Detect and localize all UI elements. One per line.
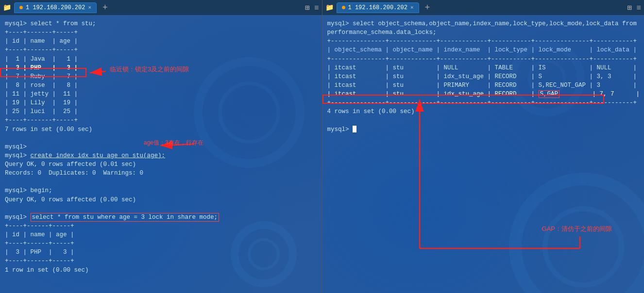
left-folder-icon[interactable]: 📁 (3, 3, 11, 12)
r-row-1: | itcast | stu | NULL | TABLE | IS | NUL… (327, 64, 640, 72)
left-tab-bar-left: 📁 1 192.168.200.202 × + (3, 2, 305, 13)
line-8: | 8 | rose | 8 | (5, 81, 317, 90)
left-tab-bar-right: ⊞ ≡ (305, 3, 319, 13)
line-13: 7 rows in set (0.00 sec) (5, 125, 317, 134)
left-tab-plus[interactable]: + (100, 3, 111, 13)
line-10: | 19 | Lily | 19 | (5, 98, 317, 107)
line-4: +----+-------+-----+ (5, 46, 317, 54)
r-row-2: | itcast | stu | idx_stu_age | RECORD | … (327, 72, 640, 81)
line-29: 1 row in set (0.00 sec) (5, 266, 317, 275)
line-1: mysql> select * from stu; (5, 19, 317, 28)
left-panel: 📁 1 192.168.200.202 × + ⊞ ≡ (0, 0, 322, 293)
r-line-prompt: mysql> (327, 125, 640, 134)
right-tab-dot (342, 6, 345, 9)
line-12: +----+-------+-----+ (5, 116, 317, 125)
line-15: mysql> (5, 143, 317, 151)
right-tab-label: 1 192.168.200.202 (348, 4, 407, 11)
line-14 (5, 134, 317, 143)
left-tab[interactable]: 1 192.168.200.202 × (14, 2, 97, 13)
right-tab-bar-right: ⊞ ≡ (627, 3, 641, 13)
right-folder-icon[interactable]: 📁 (325, 3, 334, 12)
line-26: +----+------+-----+ (5, 239, 317, 248)
r-row-3: | itcast | stu | PRIMARY | RECORD | S,RE… (327, 81, 640, 90)
line-7: | 7 | Ruby | 7 | (5, 72, 317, 81)
line-28: +----+------+-----+ (5, 257, 317, 265)
r-line-empty (327, 116, 640, 125)
line-11: | 25 | luci | 25 | (5, 107, 317, 116)
line-6: | 3 | PHP | 3 | (5, 64, 317, 72)
line-19 (5, 178, 317, 186)
left-grid-icon: ⊞ ≡ (305, 3, 319, 13)
left-terminal[interactable]: mysql> select * from stu; +----+-------+… (0, 16, 322, 293)
line-27: | 3 | PHP | 3 | (5, 248, 317, 257)
line-9: | 11 | jetty | 11 | (5, 90, 317, 98)
from-keyword: from (622, 20, 637, 27)
line-3: | id | name | age | (5, 37, 317, 46)
left-tab-bar: 📁 1 192.168.200.202 × + ⊞ ≡ (0, 0, 322, 16)
line-25: | id | name | age | (5, 230, 317, 239)
r-line-4: | object_schema | object_name | index_na… (327, 46, 640, 54)
line-21: Query OK, 0 rows affected (0.00 sec) (5, 195, 317, 204)
line-24: +----+------+-----+ (5, 222, 317, 230)
r-line-footer: 4 rows in set (0.00 sec) (327, 107, 640, 116)
line-20: mysql> begin; (5, 186, 317, 195)
line-17: Query OK, 0 rows affected (0.01 sec) (5, 160, 317, 169)
r-row-4: | itcast | stu | idx_stu_age | RECORD | … (327, 90, 640, 98)
line-16: mysql> create index idx_stu_age on stu(a… (5, 151, 317, 160)
left-tab-dot (19, 6, 23, 9)
right-terminal-content: mysql> select object_schema,object_name,… (327, 19, 640, 134)
r-line-sep: +---------------+-------------+---------… (327, 98, 640, 107)
r-line-2: performance_schema.data_locks; (327, 28, 640, 37)
line-2: +----+-------+-----+ (5, 28, 317, 37)
right-gap-annotation: GAP：清仿于之前的间隙 (539, 224, 615, 235)
line-5: | 1 | Java | 1 | (5, 55, 317, 64)
right-tab-close[interactable]: × (410, 5, 414, 11)
line-23: mysql> select * from stu where age = 3 l… (5, 213, 317, 222)
r-line-3: +---------------+-------------+---------… (327, 37, 640, 46)
right-tab-plus[interactable]: + (422, 3, 433, 13)
left-tab-label: 1 192.168.200.202 (26, 4, 85, 11)
r-line-5: +---------------+-------------+---------… (327, 55, 640, 64)
line-22 (5, 204, 317, 213)
right-panel: 📁 1 192.168.200.202 × + ⊞ ≡ (322, 0, 644, 293)
right-grid-icon: ⊞ ≡ (627, 3, 641, 13)
right-tab[interactable]: 1 192.168.200.202 × (337, 2, 419, 13)
right-tab-bar-left: 📁 1 192.168.200.202 × + (325, 2, 627, 13)
svg-point-7 (515, 179, 644, 293)
left-tab-close[interactable]: × (88, 5, 91, 11)
left-terminal-content: mysql> select * from stu; +----+-------+… (5, 19, 317, 275)
line-18: Records: 0 Duplicates: 0 Warnings: 0 (5, 169, 317, 178)
right-tab-bar: 📁 1 192.168.200.202 × + ⊞ ≡ (322, 0, 644, 16)
panels-container: 📁 1 192.168.200.202 × + ⊞ ≡ (0, 0, 644, 293)
svg-point-8 (545, 209, 622, 285)
r-line-1: mysql> select object_schema,object_name,… (327, 19, 640, 28)
right-terminal[interactable]: mysql> select object_schema,object_name,… (322, 16, 644, 293)
